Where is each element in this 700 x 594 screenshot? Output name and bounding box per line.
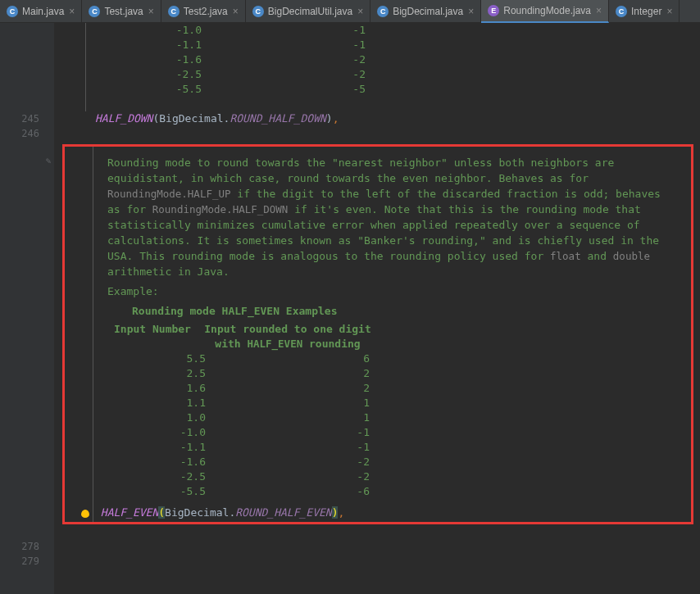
table-header: Input rounded to one digit with HALF_EVE… — [198, 322, 378, 351]
editor-tab[interactable]: CMain.java× — [0, 0, 82, 23]
tab-label: Test.java — [104, 6, 143, 17]
tab-label: BigDecimal.java — [393, 6, 463, 17]
editor-tab[interactable]: ERoundingMode.java× — [481, 0, 609, 23]
rounded-cell: 1 — [222, 396, 386, 410]
prev-doc-table: -1.0-1-1.1-1-1.6-2-2.5-2-5.5-5 — [62, 23, 700, 97]
line-number: 279 — [0, 554, 54, 569]
rounded-cell: -2 — [218, 52, 382, 67]
input-number-cell: 1.6 — [107, 381, 222, 396]
half-even-enum-line: HALF_EVEN(BigDecimal.ROUND_HALF_EVEN), — [65, 504, 691, 522]
input-number-cell: -1.0 — [95, 23, 218, 38]
class-file-icon: C — [7, 6, 18, 17]
table-row: 1.62 — [107, 381, 678, 396]
table-row: -1.0-1 — [107, 425, 678, 440]
code-ref: RoundingMode.HALF_DOWN — [152, 203, 289, 215]
half-down-enum-line: HALF_DOWN(BigDecimal.ROUND_HALF_DOWN), — [62, 111, 700, 126]
input-number-cell: 2.5 — [107, 366, 222, 381]
line-number: 245 — [0, 111, 54, 126]
table-header-row: Input Number Input rounded to one digit … — [107, 322, 678, 351]
rounded-cell: -2 — [222, 455, 386, 469]
enum-file-icon: E — [488, 5, 499, 16]
class-ref: BigDecimal — [165, 506, 229, 519]
tab-label: BigDecimalUtil.java — [268, 6, 352, 17]
close-icon[interactable]: × — [69, 7, 75, 16]
table-row: 1.01 — [107, 410, 678, 425]
rounded-cell: -2 — [222, 469, 386, 484]
table-row: -2.5-2 — [107, 469, 678, 484]
code-ref: RoundingMode.HALF_UP — [107, 188, 231, 200]
rounded-cell: -1 — [218, 23, 382, 38]
enum-name: HALF_DOWN — [95, 112, 152, 125]
table-row: -5.5-6 — [107, 484, 678, 499]
code-area[interactable]: -1.0-1-1.1-1-1.6-2-2.5-2-5.5-5 HALF_DOWN… — [54, 23, 700, 594]
input-number-cell: -1.0 — [107, 425, 222, 440]
input-number-cell: -5.5 — [107, 484, 222, 499]
input-number-cell: 5.5 — [107, 351, 222, 366]
table-row: -2.5-2 — [95, 67, 700, 82]
rounded-cell: -6 — [222, 484, 386, 499]
highlighted-region: Rounding mode to round towards the "near… — [62, 144, 693, 524]
line-number: 278 — [0, 539, 54, 554]
gutter: 245 246 ✎ 278 279 — [0, 23, 54, 594]
table-header: Input Number — [107, 322, 198, 351]
tab-label: RoundingMode.java — [503, 5, 591, 16]
close-icon[interactable]: × — [596, 6, 602, 16]
code-ref: double — [613, 250, 650, 262]
table-row: -1.1-1 — [95, 38, 700, 52]
rounded-cell: -5 — [218, 82, 382, 97]
editor-tab[interactable]: CBigDecimal.java× — [370, 0, 481, 23]
rounded-cell: -2 — [218, 67, 382, 82]
close-icon[interactable]: × — [468, 7, 474, 16]
lightbulb-icon[interactable] — [81, 510, 89, 518]
rounded-cell: 6 — [222, 351, 386, 366]
class-file-icon: C — [377, 6, 389, 17]
class-file-icon: C — [252, 6, 264, 17]
table-row: 1.11 — [107, 396, 678, 410]
table-caption: Rounding mode HALF_EVEN Examples — [107, 301, 678, 322]
constant-ref: ROUND_HALF_EVEN — [235, 506, 331, 519]
code-ref: float — [550, 250, 581, 262]
input-number-cell: -5.5 — [95, 82, 218, 97]
table-row: 5.56 — [107, 351, 678, 366]
example-label: Example: — [107, 284, 678, 299]
edit-icon[interactable]: ✎ — [45, 156, 51, 166]
tab-label: Main.java — [22, 6, 64, 17]
class-ref: BigDecimal — [159, 112, 223, 125]
input-number-cell: -2.5 — [107, 469, 222, 484]
constant-ref: ROUND_HALF_DOWN — [230, 112, 325, 125]
editor-tabs: CMain.java×CTest.java×CTest2.java×CBigDe… — [0, 0, 700, 23]
close-icon[interactable]: × — [666, 7, 672, 16]
class-file-icon: C — [89, 6, 100, 17]
rounded-cell: -1 — [222, 425, 386, 440]
close-icon[interactable]: × — [233, 7, 239, 16]
javadoc-block: Rounding mode to round towards the "near… — [65, 147, 691, 504]
close-icon[interactable]: × — [148, 7, 154, 16]
line-number: 246 — [0, 126, 54, 141]
table-row: -1.6-2 — [95, 52, 700, 67]
input-number-cell: -1.6 — [95, 52, 218, 67]
rounded-cell: -1 — [218, 38, 382, 52]
input-number-cell: -1.6 — [107, 455, 222, 469]
tab-label: Integer — [631, 6, 661, 17]
javadoc-paragraph: Rounding mode to round towards the "near… — [107, 155, 678, 279]
editor-tab[interactable]: CBigDecimalUtil.java× — [246, 0, 370, 23]
rounded-cell: 1 — [222, 410, 386, 425]
editor-tab[interactable]: CTest2.java× — [161, 0, 246, 23]
editor-area: 245 246 ✎ 278 279 -1.0-1-1.1-1-1.6-2-2.5… — [0, 23, 700, 594]
table-row: -1.6-2 — [107, 455, 678, 469]
editor-tab[interactable]: CInteger× — [609, 0, 680, 23]
rounded-cell: 2 — [222, 366, 386, 381]
class-file-icon: C — [616, 6, 627, 17]
input-number-cell: 1.0 — [107, 410, 222, 425]
input-number-cell: -1.1 — [95, 38, 218, 52]
example-table: Rounding mode HALF_EVEN Examples Input N… — [107, 301, 678, 499]
doc-indent-guide — [85, 23, 86, 111]
table-row: -1.1-1 — [107, 440, 678, 455]
class-file-icon: C — [168, 6, 180, 17]
tab-label: Test2.java — [184, 6, 228, 17]
table-row: -5.5-5 — [95, 82, 700, 97]
rounded-cell: 2 — [222, 381, 386, 396]
close-icon[interactable]: × — [357, 7, 363, 16]
input-number-cell: -1.1 — [107, 440, 222, 455]
editor-tab[interactable]: CTest.java× — [82, 0, 161, 23]
